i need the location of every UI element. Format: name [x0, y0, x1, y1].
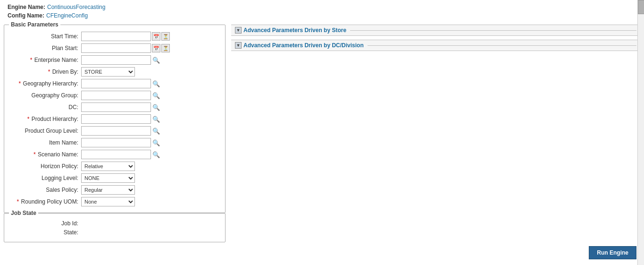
- logging-level-row: Logging Level: NONE LOW MEDIUM HIGH: [8, 173, 221, 183]
- driven-by-select[interactable]: STORE DC DIVISION: [81, 67, 135, 77]
- enterprise-name-input[interactable]: [81, 55, 151, 65]
- job-state-legend: Job State: [9, 210, 38, 216]
- engine-name-label: Engine Name:: [8, 4, 45, 10]
- advanced-dc-expand-icon[interactable]: ▼: [235, 42, 242, 49]
- advanced-store-expand-icon[interactable]: ▼: [235, 27, 242, 34]
- item-name-search-icon[interactable]: 🔍: [152, 138, 160, 147]
- main-content: Basic Parameters Start Time: 📅 ⏳: [0, 23, 644, 244]
- advanced-dc-section: ▼ Advanced Parameters Driven by DC/Divis…: [231, 40, 640, 51]
- state-row: State:: [8, 229, 221, 236]
- logging-level-label: Logging Level:: [8, 175, 81, 181]
- plan-start-label: Plan Start:: [8, 45, 81, 51]
- start-time-row: Start Time: 📅 ⏳: [8, 32, 221, 41]
- product-group-level-label: Product Group Level:: [8, 128, 81, 134]
- left-panel: Basic Parameters Start Time: 📅 ⏳: [4, 25, 226, 242]
- right-panel: ▼ Advanced Parameters Driven by Store ▼ …: [231, 25, 640, 242]
- advanced-dc-title: Advanced Parameters Driven by DC/Divisio…: [243, 42, 364, 49]
- run-engine-button[interactable]: Run Engine: [589, 246, 636, 259]
- basic-parameters-box: Basic Parameters Start Time: 📅 ⏳: [4, 25, 226, 213]
- horizon-policy-select[interactable]: Relative Absolute Rolling: [81, 162, 135, 171]
- item-name-row: Item Name: 🔍: [8, 138, 221, 147]
- start-time-clock-icon[interactable]: ⏳: [161, 32, 170, 41]
- page-wrapper: Engine Name: ContinuousForecasting Confi…: [0, 0, 644, 265]
- job-state-box: Job State Job Id: State:: [4, 213, 226, 242]
- header-section: Engine Name: ContinuousForecasting Confi…: [0, 0, 644, 23]
- state-label: State:: [8, 229, 81, 236]
- product-group-level-row: Product Group Level: 🔍: [8, 126, 221, 136]
- config-name-label: Config Name:: [8, 12, 44, 19]
- geography-hierarchy-search-icon[interactable]: 🔍: [152, 79, 160, 88]
- item-name-label: Item Name:: [8, 139, 81, 146]
- plan-start-clock-icon[interactable]: ⏳: [161, 44, 170, 52]
- enterprise-name-row: * Enterprise Name: 🔍: [8, 55, 221, 65]
- start-time-input[interactable]: [81, 32, 151, 41]
- product-hierarchy-row: * Product Hierarchy: 🔍: [8, 114, 221, 124]
- scenario-name-input-group: 🔍: [81, 150, 160, 159]
- geography-group-row: Geography Group: 🔍: [8, 91, 221, 100]
- rounding-policy-uom-label: * Rounding Policy UOM:: [8, 198, 81, 205]
- product-hierarchy-input-group: 🔍: [81, 114, 160, 124]
- plan-start-calendar-icon[interactable]: 📅: [152, 44, 160, 52]
- product-group-level-input-group: 🔍: [81, 126, 160, 136]
- config-name-value: CFEngineConfig: [46, 12, 88, 19]
- driven-by-label: * Driven By:: [8, 68, 81, 75]
- advanced-dc-line: [368, 45, 636, 46]
- engine-name-row: Engine Name: ContinuousForecasting: [8, 4, 636, 10]
- horizon-policy-label: Horizon Policy:: [8, 163, 81, 170]
- dc-search-icon[interactable]: 🔍: [152, 103, 160, 111]
- start-time-calendar-icon[interactable]: 📅: [152, 32, 160, 41]
- start-time-label: Start Time:: [8, 33, 81, 40]
- geography-group-search-icon[interactable]: 🔍: [152, 91, 160, 100]
- rounding-policy-uom-row: * Rounding Policy UOM: None Each Case: [8, 197, 221, 206]
- product-hierarchy-search-icon[interactable]: 🔍: [152, 115, 160, 123]
- job-id-label: Job Id:: [8, 220, 81, 227]
- sales-policy-select[interactable]: Regular Extended: [81, 185, 135, 195]
- product-group-level-search-icon[interactable]: 🔍: [152, 127, 160, 135]
- scenario-name-label: * Scenario Name:: [8, 151, 81, 158]
- engine-name-value: ContinuousForecasting: [47, 4, 105, 10]
- job-id-row: Job Id:: [8, 220, 221, 227]
- dc-input-group: 🔍: [81, 103, 160, 112]
- rounding-policy-uom-select[interactable]: None Each Case: [81, 197, 135, 206]
- logging-level-select[interactable]: NONE LOW MEDIUM HIGH: [81, 173, 135, 183]
- product-group-level-input[interactable]: [81, 126, 151, 136]
- dc-label: DC:: [8, 104, 81, 111]
- enterprise-name-input-group: 🔍: [81, 55, 160, 65]
- scenario-name-search-icon[interactable]: 🔍: [152, 150, 160, 159]
- sales-policy-row: Sales Policy: Regular Extended: [8, 185, 221, 195]
- geography-group-input-group: 🔍: [81, 91, 160, 100]
- item-name-input[interactable]: [81, 138, 151, 147]
- job-state-content: Job Id: State:: [4, 217, 225, 242]
- dc-input[interactable]: [81, 103, 151, 112]
- item-name-input-group: 🔍: [81, 138, 160, 147]
- scenario-name-input[interactable]: [81, 150, 151, 159]
- product-hierarchy-input[interactable]: [81, 114, 151, 124]
- start-time-input-group: 📅 ⏳: [81, 32, 170, 41]
- advanced-store-header[interactable]: ▼ Advanced Parameters Driven by Store: [231, 25, 640, 36]
- scenario-name-row: * Scenario Name: 🔍: [8, 150, 221, 159]
- geography-hierarchy-label: * Geography Hierarchy:: [8, 80, 81, 87]
- geography-group-label: Geography Group:: [8, 92, 81, 99]
- product-hierarchy-label: * Product Hierarchy:: [8, 116, 81, 122]
- driven-by-row: * Driven By: STORE DC DIVISION: [8, 67, 221, 77]
- basic-parameters-legend: Basic Parameters: [9, 21, 60, 28]
- advanced-store-section: ▼ Advanced Parameters Driven by Store: [231, 25, 640, 36]
- enterprise-name-search-icon[interactable]: 🔍: [152, 56, 160, 64]
- config-name-row: Config Name: CFEngineConfig: [8, 12, 636, 19]
- geography-group-input[interactable]: [81, 91, 151, 100]
- plan-start-input-group: 📅 ⏳: [81, 43, 170, 53]
- scrollbar-thumb[interactable]: [638, 0, 644, 14]
- dc-row: DC: 🔍: [8, 103, 221, 112]
- geography-hierarchy-input-group: 🔍: [81, 79, 160, 88]
- plan-start-row: Plan Start: 📅 ⏳: [8, 43, 221, 53]
- enterprise-name-label: * Enterprise Name:: [8, 57, 81, 63]
- sales-policy-label: Sales Policy:: [8, 187, 81, 193]
- horizon-policy-row: Horizon Policy: Relative Absolute Rollin…: [8, 162, 221, 171]
- scrollbar-track[interactable]: [637, 0, 644, 265]
- advanced-dc-header[interactable]: ▼ Advanced Parameters Driven by DC/Divis…: [231, 40, 640, 51]
- geography-hierarchy-row: * Geography Hierarchy: 🔍: [8, 79, 221, 88]
- geography-hierarchy-input[interactable]: [81, 79, 151, 88]
- basic-parameters-content: Start Time: 📅 ⏳ Plan: [4, 29, 225, 213]
- plan-start-input[interactable]: [81, 43, 151, 53]
- advanced-store-title: Advanced Parameters Driven by Store: [243, 27, 346, 34]
